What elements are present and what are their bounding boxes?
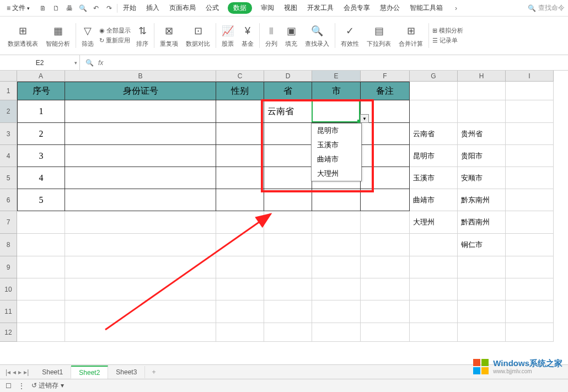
name-box[interactable]: E2 ▾ [0,55,80,70]
data-cell-C6[interactable] [216,189,264,211]
fx-label[interactable]: fx [98,59,103,67]
cell-D12[interactable] [264,323,312,342]
row-header-10[interactable]: 10 [0,278,17,300]
spreadsheet-grid[interactable]: ABCDEFGHI 123456789101112 序号身份证号性别省市备注1云… [0,71,568,357]
cell-I3[interactable] [506,123,554,145]
save-icon[interactable]: 🗎 [39,4,47,13]
row-header-11[interactable]: 11 [0,300,17,323]
file-menu[interactable]: ≡ 文件 ▾ [3,2,33,14]
row-header-7[interactable]: 7 [0,211,17,234]
cell-G2[interactable] [410,100,458,123]
tab-member[interactable]: 会员专享 [342,1,371,15]
sheet-next-icon[interactable]: ▸ [18,368,22,376]
data-cell-C4[interactable] [216,145,264,167]
cell-A11[interactable] [17,300,65,323]
cell-A9[interactable] [17,256,65,278]
record-form[interactable]: ☰记录单 [432,36,458,45]
cell-G8[interactable] [410,234,458,256]
cell-H11[interactable] [458,300,506,323]
data-cell-A5[interactable]: 4 [17,167,65,189]
cell-I2[interactable] [506,100,554,123]
cell-H5[interactable]: 安顺市 [458,167,506,189]
col-header-F[interactable]: F [361,71,410,82]
select-all-corner[interactable] [0,71,17,82]
ribbon-pivot[interactable]: ⊞数据透视表 [6,23,40,48]
cell-F11[interactable] [361,300,410,323]
cell-I12[interactable] [506,323,554,342]
data-cell-D4[interactable] [264,145,312,167]
data-cell-B3[interactable] [65,123,216,145]
status-undo[interactable]: ↺ 进销存 ▾ [31,381,64,390]
cell-G7[interactable]: 大理州 [410,211,458,234]
data-cell-E2[interactable] [312,100,361,123]
data-cell-C2[interactable] [216,100,264,123]
table-header-E[interactable]: 市 [312,82,361,100]
cell-E11[interactable] [312,300,361,323]
cell-I8[interactable] [506,234,554,256]
cell-I10[interactable] [506,278,554,300]
sheet-first-icon[interactable]: |◂ [6,368,10,376]
data-cell-F5[interactable] [361,167,410,189]
cell-D11[interactable] [264,300,312,323]
cell-H8[interactable]: 铜仁市 [458,234,506,256]
data-cell-C3[interactable] [216,123,264,145]
data-cell-D5[interactable] [264,167,312,189]
cell-F9[interactable] [361,256,410,278]
cell-H6[interactable]: 黔东南州 [458,189,506,211]
cell-E9[interactable] [312,256,361,278]
cell-H2[interactable] [458,100,506,123]
col-header-I[interactable]: I [506,71,554,82]
tab-formula[interactable]: 公式 [205,1,220,15]
sheet-last-icon[interactable]: ▸| [24,368,29,376]
cell-C11[interactable] [216,300,264,323]
dropdown-option-0[interactable]: 昆明市 [312,123,361,138]
data-cell-F3[interactable] [361,123,410,145]
data-cell-C5[interactable] [216,167,264,189]
cell-E10[interactable] [312,278,361,300]
col-header-C[interactable]: C [216,71,264,82]
cell-G4[interactable]: 昆明市 [410,145,458,167]
cell-D8[interactable] [264,234,312,256]
cell-I9[interactable] [506,256,554,278]
cell-B10[interactable] [65,278,216,300]
lens-icon[interactable]: 🔍 [85,59,94,67]
col-header-G[interactable]: G [410,71,458,82]
row-header-8[interactable]: 8 [0,234,17,256]
cell-C7[interactable] [216,211,264,234]
cell-G1[interactable] [410,82,458,100]
cell-F7[interactable] [361,211,410,234]
cell-I4[interactable] [506,145,554,167]
ribbon-sort[interactable]: ⇅排序 [134,23,154,48]
data-cell-A3[interactable]: 2 [17,123,65,145]
sheet-tab-2[interactable]: Sheet2 [71,366,108,379]
data-cell-A2[interactable]: 1 [17,100,65,123]
data-cell-F6[interactable] [361,189,410,211]
cell-C8[interactable] [216,234,264,256]
tab-huiban[interactable]: 慧办公 [379,1,401,15]
row-header-4[interactable]: 4 [0,145,17,167]
new-icon[interactable]: 🗋 [52,4,61,13]
table-header-C[interactable]: 性别 [216,82,264,100]
cell-C9[interactable] [216,256,264,278]
whatif[interactable]: ⊞模拟分析 [432,26,463,35]
sheet-prev-icon[interactable]: ◂ [13,368,16,376]
ribbon-validation[interactable]: ✓有效性 [339,23,361,48]
print-icon[interactable]: 🖶 [65,4,74,13]
ribbon-dropdown[interactable]: ▤下拉列表 [365,23,393,48]
table-header-D[interactable]: 省 [264,82,312,100]
row-header-3[interactable]: 3 [0,123,17,145]
cell-dropdown-button[interactable]: ▼ [360,114,369,123]
col-header-B[interactable]: B [65,71,216,82]
dropdown-option-3[interactable]: 大理州 [312,167,361,181]
cell-I6[interactable] [506,189,554,211]
cell-B8[interactable] [65,234,216,256]
cell-D10[interactable] [264,278,312,300]
cell-G9[interactable] [410,256,458,278]
cell-C12[interactable] [216,323,264,342]
redo-icon[interactable]: ↷ [105,4,114,13]
col-header-A[interactable]: A [17,71,65,82]
tab-data[interactable]: 数据 [228,2,252,14]
command-search[interactable]: 🔍 查找命令 [528,3,565,13]
dropdown-option-1[interactable]: 玉溪市 [312,138,361,152]
cell-H3[interactable]: 贵州省 [458,123,506,145]
